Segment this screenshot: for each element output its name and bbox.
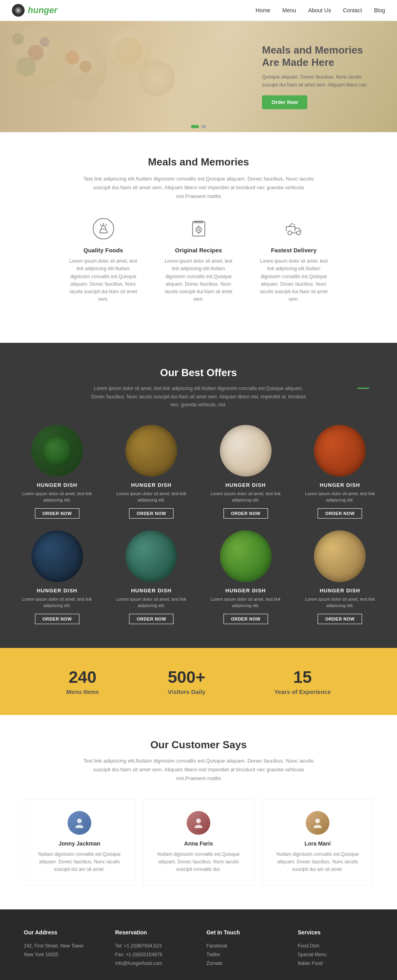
footer-services: Services Food Dish Special Menu Italian …	[298, 929, 373, 968]
dish-desc-3: Lorem ipsum dolor sit amet, test link ad…	[204, 490, 287, 503]
dish-desc-6: Lorem ipsum dolor sit amet, test link ad…	[110, 596, 193, 609]
nav-home[interactable]: Home	[256, 7, 270, 13]
nav-blog[interactable]: Blog	[374, 7, 385, 13]
svg-point-18	[77, 819, 82, 823]
delivery-desc: Lorem ipsum dolor sit amet, test link ad…	[258, 257, 330, 303]
dishes-grid: HUNGER DISH Lorem ipsum dolor sit amet, …	[16, 425, 381, 624]
feature-recipes: Original Recipes Lorem ipsum dolor sit a…	[163, 217, 234, 319]
navbar: h hunger Home Menu About Us Contact Blog	[0, 0, 397, 21]
review-text-1: Nullam dignissim convallis est.Quisque a…	[32, 851, 127, 874]
order-btn-8[interactable]: ORDER NOW	[318, 614, 362, 624]
footer-fax: Fax: +1 (0)620154876	[115, 951, 191, 959]
feature-quality: Quality Foods Lorem ipsum dolor sit amet…	[67, 217, 139, 319]
svg-point-11	[196, 227, 201, 233]
dish-card-1: HUNGER DISH Lorem ipsum dolor sit amet, …	[16, 425, 98, 519]
avatar-2	[187, 811, 210, 835]
footer-service-2[interactable]: Special Menu	[298, 951, 373, 959]
footer-social: Get In Touch Facebook Twitter Zomato	[206, 929, 282, 968]
logo-text: hunger	[28, 5, 58, 15]
dish-name-4: HUNGER DISH	[299, 482, 382, 488]
dish-name-2: HUNGER DISH	[110, 482, 193, 488]
dish-card-7: HUNGER DISH Lorem ipsum dolor sit amet, …	[204, 530, 287, 624]
footer-zomato-link[interactable]: Zomato	[206, 959, 282, 968]
nav-about[interactable]: About Us	[308, 7, 331, 13]
svg-point-12	[197, 229, 200, 231]
review-text-2: Nullam dignissim convallis est.Quisque a…	[151, 851, 246, 874]
testimonials-section: Our Customer Says Test link adipiscing e…	[0, 715, 397, 910]
footer-reservation: Reservation Tel: +1 (0)987654,523 Fax: +…	[115, 929, 191, 968]
dish-image-5	[31, 530, 83, 582]
dish-image-4	[314, 425, 366, 477]
dish-card-6: HUNGER DISH Lorem ipsum dolor sit amet, …	[110, 530, 193, 624]
stats-section: 240 Menu Items 500+ Visitors Daily 15 Ye…	[0, 648, 397, 715]
nav-links: Home Menu About Us Contact Blog	[256, 7, 385, 13]
quality-icon	[91, 217, 115, 240]
testimonials-header: Our Customer Says Test link adipiscing e…	[24, 739, 373, 783]
footer-service-3[interactable]: Italian Food	[298, 959, 373, 968]
footer-reservation-title: Reservation	[115, 929, 191, 936]
quality-title: Quality Foods	[67, 247, 139, 254]
dish-desc-1: Lorem ipsum dolor sit amet, test link ad…	[16, 490, 98, 503]
meals-title: Meals and Memories	[32, 156, 365, 168]
footer-facebook-link[interactable]: Facebook	[206, 942, 282, 951]
stat-experience-label: Years of Experience	[274, 688, 331, 695]
order-btn-1[interactable]: ORDER NOW	[35, 508, 79, 519]
testimonials-description: Test link adipiscing elit.Nullam digniss…	[79, 757, 318, 783]
footer-grid: Our Address 242, First Street, New Tower…	[24, 929, 373, 968]
stat-visitors-label: Visitors Daily	[168, 688, 206, 695]
dish-name-8: HUNGER DISH	[299, 588, 382, 594]
recipes-title: Original Recipes	[163, 247, 234, 254]
order-btn-4[interactable]: ORDER NOW	[318, 508, 362, 519]
testimonial-3: Lora Mani Nullam dignissim convallis est…	[262, 799, 373, 886]
order-now-button[interactable]: Order Now	[262, 95, 307, 109]
hero-section: Meals and Memories Are Made Here Quisque…	[0, 21, 397, 132]
avatar-3	[306, 811, 330, 835]
logo-icon: h	[12, 4, 25, 17]
hero-dot-2[interactable]	[201, 125, 206, 128]
hero-dots	[191, 125, 206, 128]
footer-email[interactable]: info@hungerfood.com	[115, 959, 191, 968]
feature-delivery: Fastest Delivery Lorem ipsum dolor sit a…	[258, 217, 330, 319]
dish-name-7: HUNGER DISH	[204, 588, 287, 594]
dish-image-8	[314, 530, 366, 582]
offers-description: Lorem ipsum dolor sit amet, test link ad…	[89, 384, 308, 409]
order-btn-5[interactable]: ORDER NOW	[35, 614, 79, 624]
stat-visitors-number: 500+	[168, 668, 206, 687]
hero-description: Quisque aliquam. Donec faucibus. Nunc ia…	[262, 74, 373, 89]
nav-contact[interactable]: Contact	[343, 7, 362, 13]
dish-desc-4: Lorem ipsum dolor sit amet, test link ad…	[299, 490, 382, 503]
best-offers-section: Our Best Offers Lorem ipsum dolor sit am…	[0, 343, 397, 648]
footer-social-title: Get In Touch	[206, 929, 282, 936]
order-btn-2[interactable]: ORDER NOW	[129, 508, 173, 519]
hero-title: Meals and Memories Are Made Here	[262, 44, 373, 69]
dish-name-6: HUNGER DISH	[110, 588, 193, 594]
dish-card-8: HUNGER DISH Lorem ipsum dolor sit amet, …	[299, 530, 382, 624]
svg-point-20	[315, 819, 320, 823]
dish-image-1	[31, 425, 83, 477]
testimonials-title: Our Customer Says	[24, 739, 373, 751]
offers-header: Our Best Offers Lorem ipsum dolor sit am…	[16, 367, 381, 409]
reviewer-name-1: Jonny Jackman	[32, 840, 127, 847]
footer-address-title: Our Address	[24, 929, 99, 936]
svg-point-16	[297, 231, 301, 235]
testimonial-2: Anna Faris Nullam dignissim convallis es…	[143, 799, 254, 886]
footer-address-line2: New York 10025	[24, 951, 99, 959]
nav-menu[interactable]: Menu	[282, 7, 296, 13]
footer-service-1[interactable]: Food Dish	[298, 942, 373, 951]
dish-desc-7: Lorem ipsum dolor sit amet, test link ad…	[204, 596, 287, 609]
stat-menu-number: 240	[66, 668, 99, 687]
svg-point-19	[196, 819, 201, 823]
order-btn-3[interactable]: ORDER NOW	[224, 508, 268, 519]
review-text-3: Nullam dignissim convallis est.Quisque a…	[270, 851, 365, 874]
offers-title: Our Best Offers	[16, 367, 381, 379]
delivery-title: Fastest Delivery	[258, 247, 330, 254]
order-btn-7[interactable]: ORDER NOW	[224, 614, 268, 624]
avatar-1	[67, 811, 91, 835]
logo[interactable]: h hunger	[12, 4, 58, 17]
footer-address-line1: 242, First Street, New Tower	[24, 942, 99, 951]
footer-twitter-link[interactable]: Twitter	[206, 951, 282, 959]
order-btn-6[interactable]: ORDER NOW	[129, 614, 173, 624]
hero-dot-1[interactable]	[191, 125, 199, 128]
recipes-icon	[187, 217, 210, 240]
dish-card-5: HUNGER DISH Lorem ipsum dolor sit amet, …	[16, 530, 98, 624]
